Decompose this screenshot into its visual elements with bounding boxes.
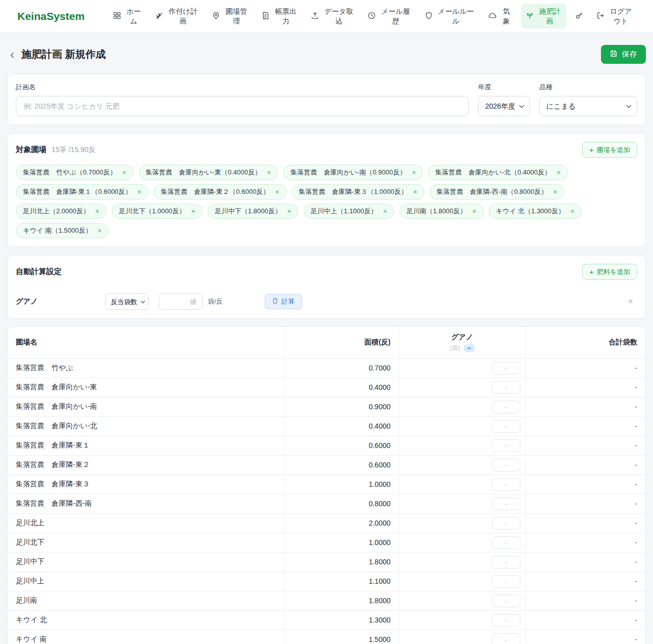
field-chip: 足川中下（1.8000反）×: [208, 204, 298, 219]
remove-chip-icon[interactable]: ×: [95, 207, 99, 215]
area-cell: 0.8000: [284, 494, 399, 513]
field-chip-label: 足川中下（1.8000反）: [215, 207, 282, 216]
nav-item-report-output[interactable]: 帳票出力: [257, 4, 303, 29]
variety-label: 品種: [539, 83, 637, 92]
wheat-icon: [155, 11, 164, 21]
field-chip-list: 集落営農 竹やぶ（0.7000反）× 集落営農 倉庫向かい-東（0.4000反）…: [16, 165, 637, 238]
nav-item-mail-rules[interactable]: メールルール: [420, 4, 480, 29]
total-bags-cell: -: [525, 358, 645, 378]
target-fields-title: 対象圃場: [16, 145, 46, 155]
nav-item-fertilization-plan[interactable]: 施肥計画: [521, 4, 567, 29]
remove-chip-icon[interactable]: ×: [97, 227, 102, 235]
dashboard-icon: [113, 11, 121, 21]
nav-item-mail-history[interactable]: メール履歴: [363, 4, 416, 29]
area-cell: 0.4000: [284, 416, 399, 436]
remove-chip-icon[interactable]: ×: [413, 188, 417, 196]
guano-input[interactable]: [492, 536, 520, 549]
total-bags-cell: -: [525, 552, 645, 572]
table-row: 足川北上2.0000-: [8, 513, 645, 533]
remove-fertilizer-icon[interactable]: ×: [628, 296, 633, 307]
field-chip: 足川北下（1.0000反）×: [112, 204, 203, 219]
guano-input[interactable]: [492, 575, 520, 588]
guano-input[interactable]: [492, 459, 520, 472]
calc-mode-select[interactable]: 反当袋数: [105, 293, 149, 310]
remove-chip-icon[interactable]: ×: [137, 188, 141, 196]
nav-label-field-management: 圃場管理: [224, 7, 248, 26]
save-button[interactable]: 保存: [601, 45, 646, 64]
nav-label-weather: 気象: [500, 7, 513, 26]
col-header-guano: グアノ (袋) ≃: [399, 327, 525, 358]
guano-input[interactable]: [492, 556, 520, 568]
calc-value-input[interactable]: [159, 293, 203, 310]
field-chip: 集落営農 倉庫向かい-東（0.4000反）×: [139, 165, 279, 180]
guano-input[interactable]: [492, 362, 520, 375]
col-header-area: 面積(反): [284, 327, 399, 358]
remove-chip-icon[interactable]: ×: [472, 207, 476, 215]
table-row: 集落営農 倉庫隣-西-南0.8000-: [8, 494, 645, 513]
nav-item-data-import[interactable]: データ取込: [306, 4, 359, 29]
remove-chip-icon[interactable]: ×: [267, 168, 271, 177]
field-chip-label: 集落営農 倉庫隣-東１（0.6000反）: [23, 187, 132, 196]
remove-chip-icon[interactable]: ×: [191, 207, 195, 215]
guano-input[interactable]: [492, 517, 520, 530]
add-fertilizer-button[interactable]: + 肥料を追加: [582, 264, 637, 280]
total-bags-cell: -: [525, 610, 645, 630]
target-fields-card: 対象圃場 15筆 /15.90反 + 圃場を追加 集落営農 竹やぶ（0.7000…: [7, 133, 646, 247]
variety-select[interactable]: にこまる: [539, 96, 637, 116]
cloud-icon: [488, 11, 497, 21]
total-bags-cell: -: [525, 494, 645, 513]
nav-label-mail-rules: メールルール: [437, 7, 475, 26]
year-select[interactable]: 2026年度: [478, 96, 530, 116]
add-field-button[interactable]: + 圃場を追加: [582, 142, 637, 158]
nav-item-password[interactable]: [570, 8, 588, 24]
guano-header-label: グアノ: [408, 333, 517, 342]
approx-badge[interactable]: ≃: [464, 344, 474, 352]
auto-calc-title: 自動計算設定: [16, 267, 62, 277]
guano-input[interactable]: [492, 595, 520, 607]
calculate-button[interactable]: 計算: [265, 294, 302, 309]
guano-input[interactable]: [492, 498, 520, 510]
guano-input[interactable]: [492, 381, 520, 394]
area-cell: 1.0000: [284, 533, 399, 552]
nav-label-logout: ログアウト: [609, 7, 633, 26]
nav-item-field-management[interactable]: 圃場管理: [207, 4, 253, 29]
guano-input[interactable]: [492, 633, 520, 644]
table-row: 足川中下1.8000-: [8, 552, 645, 572]
nav-label-mail-history: メール履歴: [380, 7, 411, 26]
auto-calc-card: 自動計算設定 + 肥料を追加 グアノ 反当袋数 袋/反 計算 ×: [7, 255, 646, 318]
remove-chip-icon[interactable]: ×: [553, 188, 557, 196]
remove-chip-icon[interactable]: ×: [412, 168, 416, 177]
field-name-cell: 集落営農 倉庫向かい-東: [8, 378, 284, 397]
guano-input[interactable]: [492, 420, 520, 433]
guano-input[interactable]: [492, 478, 520, 491]
guano-input[interactable]: [492, 439, 520, 452]
guano-input[interactable]: [492, 401, 520, 413]
table-row: 集落営農 倉庫隣-東３1.0000-: [8, 475, 645, 494]
total-bags-cell: -: [525, 591, 645, 610]
plan-name-input[interactable]: [16, 96, 469, 116]
remove-chip-icon[interactable]: ×: [275, 188, 279, 196]
area-cell: 0.7000: [284, 358, 399, 378]
area-cell: 0.9000: [284, 397, 399, 416]
nav-item-home[interactable]: ホーム: [108, 4, 147, 29]
area-cell: 0.4000: [284, 378, 399, 397]
field-name-cell: 集落営農 倉庫隣-東１: [8, 436, 284, 455]
field-chip: 足川南（1.8000反）×: [399, 204, 484, 219]
add-field-label: 圃場を追加: [597, 145, 630, 155]
remove-chip-icon[interactable]: ×: [383, 207, 387, 215]
nav-item-weather[interactable]: 気象: [484, 4, 517, 29]
nav-item-logout[interactable]: ログアウト: [592, 4, 638, 29]
remove-chip-icon[interactable]: ×: [570, 207, 574, 215]
nav-item-planting-plan[interactable]: 作付け計画: [150, 4, 204, 29]
remove-chip-icon[interactable]: ×: [122, 168, 126, 177]
field-chip: 集落営農 倉庫隣-東３（1.0000反）×: [292, 184, 424, 200]
save-floppy-icon: [610, 49, 618, 59]
brand-logo[interactable]: KeinaSystem: [17, 10, 85, 22]
guano-input[interactable]: [492, 614, 520, 627]
back-chevron-icon[interactable]: ‹: [10, 48, 14, 61]
main-content: ‹ 施肥計画 新規作成 保存 計画名 年度 2026年度: [0, 33, 653, 644]
remove-chip-icon[interactable]: ×: [557, 168, 561, 177]
nav-label-data-import: データ取込: [323, 7, 355, 26]
remove-chip-icon[interactable]: ×: [287, 207, 291, 215]
document-icon: [261, 11, 270, 21]
